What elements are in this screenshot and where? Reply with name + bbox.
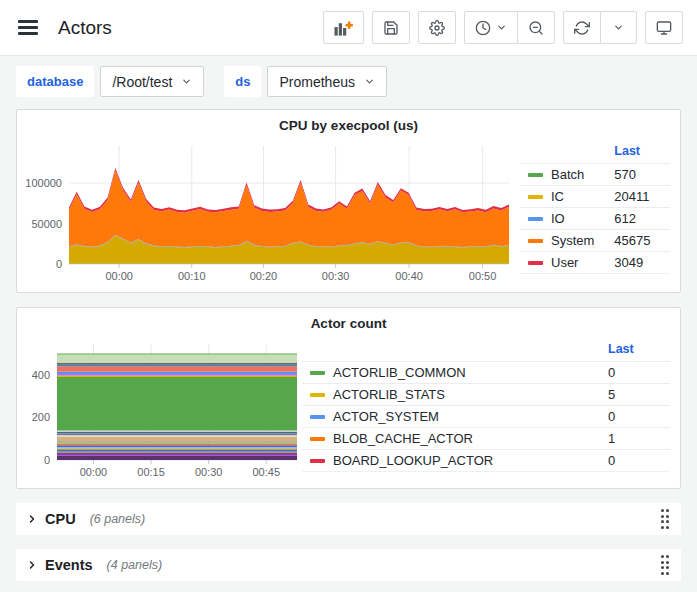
series-color-swatch — [310, 459, 325, 463]
legend-row: ACTOR_SYSTEM 0 — [302, 406, 670, 428]
legend-last-value: 1 — [600, 428, 670, 450]
series-color-swatch — [528, 217, 543, 221]
zoom-out-icon — [528, 20, 544, 36]
monitor-icon — [656, 20, 672, 36]
legend-last-value: 0 — [600, 362, 670, 384]
series-color-swatch — [528, 195, 543, 199]
legend-series[interactable]: Batch — [528, 167, 598, 182]
legend-series[interactable]: System — [528, 233, 598, 248]
legend-series[interactable]: IO — [528, 211, 598, 226]
chevron-right-icon — [26, 559, 38, 571]
dashboard-title: Actors — [58, 17, 112, 39]
legend-series[interactable]: IC — [528, 189, 598, 204]
series-color-swatch — [310, 415, 325, 419]
svg-text:100000: 100000 — [25, 177, 62, 189]
refresh-button[interactable] — [563, 11, 601, 44]
legend-last-value: 0 — [600, 450, 670, 472]
svg-text:00:45: 00:45 — [253, 466, 281, 478]
legend-row: Batch 570 — [520, 164, 670, 186]
legend-series[interactable]: BLOB_CACHE_ACTOR — [310, 431, 592, 446]
variable-database-value: /Root/test — [112, 74, 172, 90]
clock-icon — [475, 20, 491, 36]
top-nav: Actors — [0, 0, 697, 56]
legend-series[interactable]: ACTOR_SYSTEM — [310, 409, 592, 424]
row-panel-count: (6 panels) — [90, 512, 146, 526]
row-drag-handle[interactable] — [659, 553, 672, 577]
row-title: Events — [45, 557, 93, 573]
svg-text:00:00: 00:00 — [80, 466, 108, 478]
svg-text:00:00: 00:00 — [105, 270, 133, 282]
cycle-view-mode-button[interactable] — [645, 11, 683, 44]
legend-series[interactable]: ACTORLIB_COMMON — [310, 365, 592, 380]
refresh-icon — [574, 20, 590, 36]
legend-row: ACTORLIB_STATS 5 — [302, 384, 670, 406]
legend-last-value: 45675 — [606, 230, 670, 252]
variable-database-dropdown[interactable]: /Root/test — [100, 66, 204, 97]
cpu-execpool-chart[interactable]: 05000010000000:0000:1000:2000:3000:4000:… — [17, 140, 520, 286]
series-color-swatch — [310, 393, 325, 397]
legend-last-value: 3049 — [606, 252, 670, 274]
svg-text:00:30: 00:30 — [195, 466, 223, 478]
add-panel-icon — [334, 20, 353, 36]
legend-sort-last[interactable]: Last — [606, 142, 670, 164]
time-range-picker-button[interactable] — [464, 11, 518, 44]
legend-row: System 45675 — [520, 230, 670, 252]
menu-toggle-button[interactable] — [10, 10, 46, 46]
actor-count-legend: Last ACTORLIB_COMMON 0 ACTORLIB_STATS 5 … — [302, 340, 670, 472]
legend-series[interactable]: User — [528, 255, 598, 270]
legend-row: User 3049 — [520, 252, 670, 274]
panel-title[interactable]: CPU by execpool (us) — [17, 110, 680, 140]
svg-text:400: 400 — [32, 369, 50, 381]
svg-text:00:50: 00:50 — [469, 270, 497, 282]
dashboard-toolbar — [323, 11, 683, 44]
legend-series[interactable]: BOARD_LOOKUP_ACTOR — [310, 453, 592, 468]
series-color-swatch — [528, 261, 543, 265]
svg-text:0: 0 — [44, 454, 50, 466]
chevron-down-icon — [613, 22, 624, 33]
series-color-swatch — [310, 437, 325, 441]
zoom-out-time-range-button[interactable] — [517, 11, 555, 44]
refresh-interval-picker-button[interactable] — [600, 11, 637, 44]
variable-ds-value: Prometheus — [279, 74, 354, 90]
dashboard-variables-bar: database /Root/test ds Prometheus — [0, 56, 697, 109]
svg-text:00:15: 00:15 — [137, 466, 165, 478]
variable-database-label: database — [16, 66, 94, 97]
series-color-swatch — [528, 239, 543, 243]
panel-actor-count: Actor count 020040000:0000:1500:3000:45 … — [16, 307, 681, 489]
row-cpu[interactable]: CPU (6 panels) — [16, 503, 681, 535]
row-title: CPU — [45, 511, 76, 527]
chevron-down-icon — [181, 76, 192, 87]
save-dashboard-button[interactable] — [372, 11, 410, 44]
svg-text:00:10: 00:10 — [178, 270, 206, 282]
variable-ds-dropdown[interactable]: Prometheus — [267, 66, 386, 97]
chevron-down-icon — [364, 76, 375, 87]
legend-row: ACTORLIB_COMMON 0 — [302, 362, 670, 384]
legend-last-value: 612 — [606, 208, 670, 230]
legend-sort-last[interactable]: Last — [600, 340, 670, 362]
panel-title[interactable]: Actor count — [17, 308, 680, 338]
panel-cpu-by-execpool: CPU by execpool (us) 05000010000000:0000… — [16, 109, 681, 293]
actor-count-chart[interactable]: 020040000:0000:1500:3000:45 — [17, 338, 302, 482]
svg-text:00:30: 00:30 — [322, 270, 350, 282]
series-color-swatch — [310, 371, 325, 375]
svg-text:0: 0 — [56, 258, 62, 270]
series-color-swatch — [528, 173, 543, 177]
row-events[interactable]: Events (4 panels) — [16, 549, 681, 581]
dashboard-settings-button[interactable] — [418, 11, 456, 44]
dashboard-grid: CPU by execpool (us) 05000010000000:0000… — [0, 109, 697, 581]
legend-last-value: 5 — [600, 384, 670, 406]
legend-last-value: 0 — [600, 406, 670, 428]
svg-text:50000: 50000 — [31, 218, 62, 230]
legend-row: BLOB_CACHE_ACTOR 1 — [302, 428, 670, 450]
variable-ds: ds Prometheus — [224, 66, 387, 97]
cpu-execpool-legend: Last Batch 570 IC 20411 IO 612 — [520, 142, 670, 274]
legend-series[interactable]: ACTORLIB_STATS — [310, 387, 592, 402]
svg-text:00:20: 00:20 — [250, 270, 278, 282]
legend-last-value: 570 — [606, 164, 670, 186]
svg-text:200: 200 — [32, 411, 50, 423]
legend-row: IO 612 — [520, 208, 670, 230]
add-panel-button[interactable] — [323, 11, 364, 44]
row-drag-handle[interactable] — [659, 507, 672, 531]
svg-text:00:40: 00:40 — [395, 270, 423, 282]
gear-icon — [429, 20, 445, 36]
